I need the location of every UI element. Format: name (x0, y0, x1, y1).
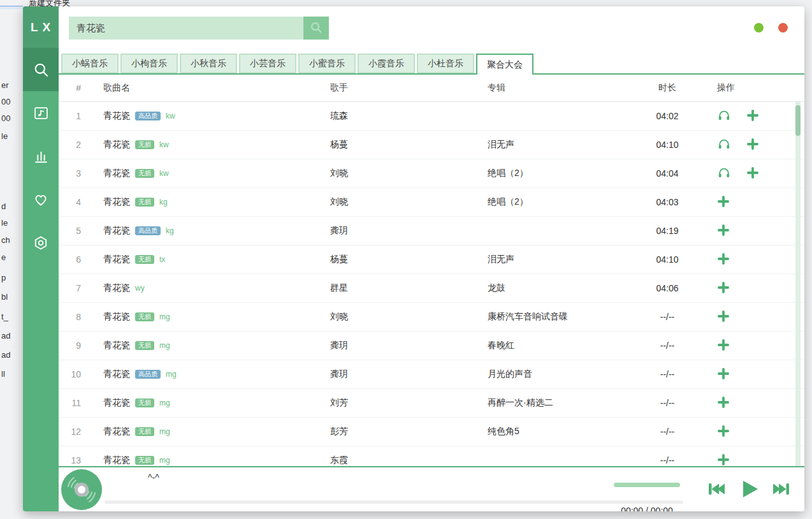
song-album: 龙鼓 (488, 282, 629, 294)
quality-badge: 无损 (135, 255, 154, 264)
song-actions (706, 224, 788, 238)
desktop-fragment: le (1, 218, 8, 228)
add-button[interactable] (717, 453, 730, 467)
scrollbar-thumb[interactable] (795, 105, 801, 136)
tab-item[interactable]: 聚合大会 (476, 54, 533, 75)
add-button[interactable] (717, 367, 730, 382)
next-button[interactable] (771, 479, 792, 499)
quality-badge: 无损 (135, 140, 154, 149)
song-singer: 龚玥 (330, 369, 488, 380)
song-singer: 杨蔓 (330, 139, 488, 150)
playback-controls (706, 478, 792, 501)
album-art-disc[interactable] (61, 469, 102, 510)
previous-button[interactable] (706, 479, 727, 499)
header-index: # (59, 83, 103, 93)
song-album: 纯色角5 (488, 426, 629, 437)
desktop-fragment: ll (1, 369, 5, 379)
song-title: 青花瓷 (103, 110, 130, 122)
table-row[interactable]: 8青花瓷无损mg刘晓康桥汽车音响试音碟--/-- (59, 303, 804, 332)
table-row[interactable]: 5青花瓷高品质kg龚玥04:19 (59, 217, 804, 245)
add-button[interactable] (717, 339, 730, 353)
search-button[interactable] (303, 17, 329, 40)
add-button[interactable] (717, 396, 730, 411)
song-index: 11 (59, 398, 103, 408)
volume-slider[interactable] (614, 483, 680, 487)
song-actions (706, 453, 788, 467)
listen-button[interactable] (717, 109, 731, 124)
song-index: 8 (59, 312, 103, 322)
add-button[interactable] (717, 195, 730, 210)
table-row[interactable]: 7青花瓷wy群星龙鼓04:06 (59, 274, 804, 303)
header-actions: 操作 (706, 82, 788, 94)
sidebar: L X (23, 6, 59, 511)
add-button[interactable] (717, 224, 730, 238)
song-name-cell: 青花瓷无损mg (103, 311, 330, 323)
song-name-cell: 青花瓷无损tx (103, 254, 330, 265)
table-row[interactable]: 13青花瓷无损mg东霞--/-- (59, 446, 804, 466)
song-index: 7 (59, 283, 103, 293)
tab-item[interactable]: 小秋音乐 (180, 54, 237, 73)
add-button[interactable] (717, 310, 730, 325)
add-button[interactable] (717, 281, 730, 296)
table-row[interactable]: 6青花瓷无损tx杨蔓泪无声04:10 (59, 245, 804, 274)
tab-item[interactable]: 小霞音乐 (358, 54, 415, 73)
tab-item[interactable]: 小杜音乐 (417, 54, 474, 73)
song-title: 青花瓷 (103, 311, 130, 323)
song-duration: 04:02 (629, 111, 706, 121)
add-button[interactable] (746, 109, 759, 124)
source-tag: mg (166, 370, 177, 379)
tab-item[interactable]: 小枸音乐 (120, 54, 178, 73)
tab-item[interactable]: 小蜗音乐 (61, 54, 119, 73)
table-row[interactable]: 4青花瓷无损kg刘晓绝唱（2）04:03 (59, 188, 804, 217)
song-table: # 歌曲名 歌手 专辑 时长 操作 1青花瓷高品质kw琉森04:022青花瓷无损… (59, 75, 804, 466)
top-header (59, 6, 804, 54)
sidebar-item-settings[interactable] (23, 221, 59, 265)
quality-badge: 高品质 (135, 226, 161, 235)
song-singer: 琉森 (330, 110, 488, 122)
scrollbar-track[interactable] (795, 102, 801, 466)
search-icon (309, 20, 323, 36)
tab-item[interactable]: 小蜜音乐 (298, 54, 356, 73)
chart-icon (33, 149, 49, 164)
play-button[interactable] (737, 478, 760, 501)
song-duration: --/-- (629, 369, 706, 379)
table-row[interactable]: 9青花瓷无损mg龚玥春晚红--/-- (59, 332, 804, 360)
add-button[interactable] (746, 138, 759, 152)
sidebar-item-leaderboard[interactable] (23, 135, 59, 178)
table-row[interactable]: 10青花瓷高品质mg龚玥月光的声音--/-- (59, 360, 804, 389)
table-row[interactable]: 11青花瓷无损mg刘芳再醉一次·精选二--/-- (59, 389, 804, 418)
add-button[interactable] (717, 252, 730, 267)
sidebar-item-playlist[interactable] (23, 91, 59, 135)
song-name-cell: 青花瓷无损kw (103, 139, 330, 150)
listen-button[interactable] (717, 166, 731, 181)
song-actions (706, 281, 788, 296)
progress-bar[interactable] (105, 501, 683, 504)
table-row[interactable]: 3青花瓷无损kw刘晓绝唱（2）04:04 (59, 159, 804, 188)
plus-icon (717, 396, 730, 411)
desktop-fragment: ad (1, 350, 10, 360)
sidebar-item-search[interactable] (23, 48, 59, 91)
tab-item[interactable]: 小芸音乐 (239, 54, 296, 73)
sidebar-item-favorites[interactable] (23, 178, 59, 221)
song-album: 康桥汽车音响试音碟 (488, 311, 629, 323)
time-display: 00:00 / 00:00 (606, 506, 688, 511)
song-title: 青花瓷 (103, 168, 130, 179)
song-album: 泪无声 (488, 254, 629, 265)
table-row[interactable]: 12青花瓷无损mg彭芳纯色角5--/-- (59, 418, 804, 446)
search-input[interactable] (69, 17, 303, 40)
song-index: 5 (59, 226, 103, 236)
desktop-fragment: d (1, 201, 6, 211)
close-button[interactable] (778, 23, 788, 33)
source-tag: mg (159, 312, 170, 321)
song-name-cell: 青花瓷高品质kg (103, 225, 330, 237)
listen-button[interactable] (717, 138, 731, 152)
add-button[interactable] (717, 425, 730, 439)
song-index: 2 (59, 140, 103, 150)
song-singer: 刘晓 (330, 196, 488, 208)
table-row[interactable]: 2青花瓷无损kw杨蔓泪无声04:10 (59, 131, 804, 159)
table-row[interactable]: 1青花瓷高品质kw琉森04:02 (59, 102, 804, 131)
add-button[interactable] (746, 166, 759, 181)
song-duration: --/-- (629, 427, 706, 437)
song-index: 4 (59, 197, 103, 207)
minimize-button[interactable] (754, 23, 764, 33)
